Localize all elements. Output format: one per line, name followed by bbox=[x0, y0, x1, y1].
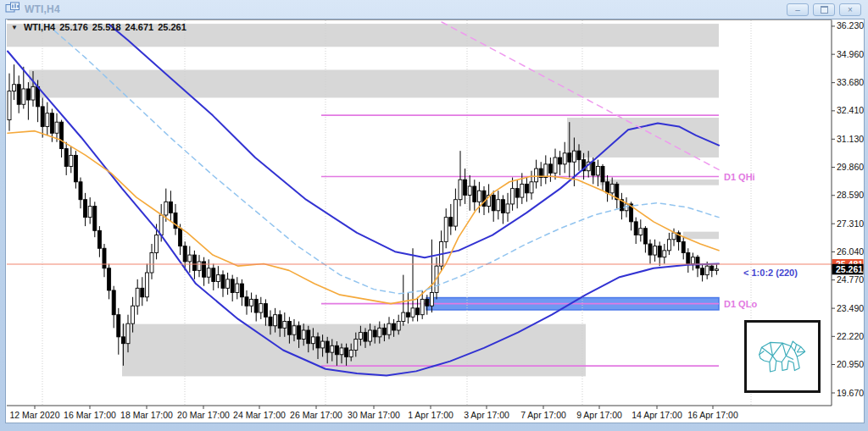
svg-text:24.770: 24.770 bbox=[837, 274, 864, 285]
svg-text:18 Mar 17:00: 18 Mar 17:00 bbox=[120, 410, 173, 420]
ohlc-symbol: WTI,H4 bbox=[24, 22, 55, 32]
svg-text:31.130: 31.130 bbox=[837, 134, 864, 144]
svg-text:16 Apr 17:00: 16 Apr 17:00 bbox=[687, 410, 738, 420]
svg-text:20 Mar 17:00: 20 Mar 17:00 bbox=[177, 410, 230, 420]
svg-text:14 Apr 17:00: 14 Apr 17:00 bbox=[632, 410, 682, 420]
minimize-button[interactable]: – bbox=[787, 3, 809, 16]
ohlc-high: 25.518 bbox=[92, 22, 121, 32]
svg-text:22.220: 22.220 bbox=[837, 331, 864, 341]
restore-icon bbox=[821, 6, 828, 14]
restore-button[interactable] bbox=[813, 3, 835, 16]
annotation-label: < 1:0:2 (220) bbox=[743, 268, 798, 278]
bear-logo-box bbox=[744, 320, 821, 393]
annotation-label: D1 QLo bbox=[724, 299, 757, 309]
svg-text:27.310: 27.310 bbox=[837, 218, 864, 229]
svg-text:28.590: 28.590 bbox=[837, 190, 864, 200]
svg-text:3 Apr 17:00: 3 Apr 17:00 bbox=[464, 410, 509, 420]
annotations-layer: D1 QHiD1 QLo< 1:0:2 (220) bbox=[724, 172, 798, 309]
time-axis[interactable]: 12 Mar 202016 Mar 17:0018 Mar 17:0020 Ma… bbox=[7, 406, 832, 420]
ma-dashed-lightblue bbox=[47, 25, 719, 294]
ohlc-header: ▼ WTI,H4 25.176 25.518 24.671 25.261 bbox=[11, 22, 186, 32]
ohlc-open: 25.176 bbox=[59, 22, 88, 32]
svg-text:26 Mar 17:00: 26 Mar 17:00 bbox=[290, 410, 342, 420]
svg-text:16 Mar 17:00: 16 Mar 17:00 bbox=[64, 410, 116, 420]
ohlc-low: 24.671 bbox=[125, 22, 154, 32]
close-button[interactable]: × bbox=[839, 3, 861, 16]
svg-text:26.040: 26.040 bbox=[837, 246, 864, 257]
annotation-label: D1 QHi bbox=[724, 172, 755, 182]
price-badges: 25.48125.261 bbox=[832, 259, 864, 274]
close-icon: × bbox=[848, 6, 853, 14]
window-title: WTI,H4 bbox=[25, 3, 60, 15]
svg-text:36.230: 36.230 bbox=[837, 20, 864, 30]
window-titlebar[interactable]: WTI,H4 – × bbox=[0, 0, 868, 19]
svg-text:23.490: 23.490 bbox=[837, 303, 864, 313]
svg-text:20.950: 20.950 bbox=[837, 359, 864, 369]
chart-client-area: 36.23034.96033.68032.41031.13029.86028.5… bbox=[5, 19, 865, 423]
bear-logo-icon bbox=[752, 329, 813, 384]
chart-window: WTI,H4 – × 36.23034.96033.68032.41031.13… bbox=[0, 0, 868, 431]
svg-text:9 Apr 17:00: 9 Apr 17:00 bbox=[576, 410, 622, 420]
ohlc-close: 25.261 bbox=[158, 22, 186, 32]
svg-text:32.410: 32.410 bbox=[837, 105, 864, 115]
svg-text:7 Apr 17:00: 7 Apr 17:00 bbox=[520, 410, 566, 420]
svg-text:33.680: 33.680 bbox=[837, 77, 864, 87]
minimize-icon: – bbox=[795, 6, 800, 14]
svg-text:19.670: 19.670 bbox=[837, 388, 864, 398]
candles-layer bbox=[8, 64, 718, 366]
chart-window-icon bbox=[5, 2, 20, 17]
svg-text:29.860: 29.860 bbox=[837, 162, 864, 172]
candlestick-chart[interactable]: 36.23034.96033.68032.41031.13029.86028.5… bbox=[6, 19, 864, 423]
svg-text:25.261: 25.261 bbox=[836, 264, 863, 274]
svg-text:30 Mar 17:00: 30 Mar 17:00 bbox=[348, 410, 400, 420]
window-controls: – × bbox=[787, 3, 861, 16]
svg-text:1 Apr 17:00: 1 Apr 17:00 bbox=[408, 410, 453, 420]
svg-text:12 Mar 2020: 12 Mar 2020 bbox=[10, 410, 60, 420]
svg-text:34.960: 34.960 bbox=[837, 49, 864, 59]
svg-text:24 Mar 17:00: 24 Mar 17:00 bbox=[233, 410, 286, 420]
symbol-dropdown-icon[interactable]: ▼ bbox=[11, 24, 18, 31]
